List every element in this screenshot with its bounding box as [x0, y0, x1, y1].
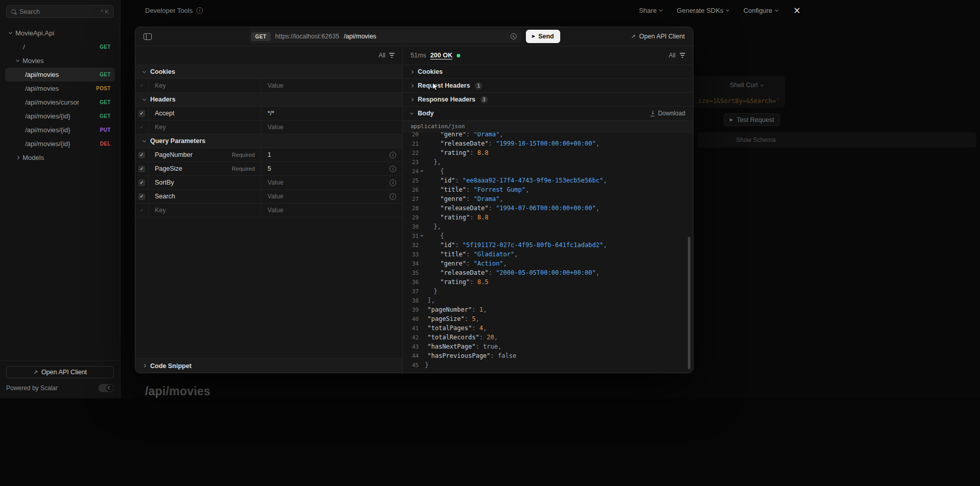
- json-line: 45}: [403, 360, 693, 370]
- response-body-viewer[interactable]: 20"genre": "Drama",21"releaseDate": "199…: [403, 132, 693, 373]
- search-input[interactable]: Search ^ K: [6, 5, 114, 18]
- line-number: 32: [406, 242, 419, 249]
- param-value-text: Value: [268, 82, 283, 89]
- scrollbar-thumb[interactable]: [688, 237, 690, 369]
- line-number: 38: [406, 297, 419, 304]
- row-checkbox[interactable]: ✓: [138, 110, 145, 117]
- download-button[interactable]: ↓Download: [650, 110, 685, 117]
- history-icon[interactable]: [511, 33, 517, 39]
- close-icon[interactable]: ×: [793, 6, 801, 15]
- generate-sdks-menu[interactable]: Generate SDKs: [677, 7, 729, 14]
- powered-by-label: Powered by Scalar: [6, 384, 58, 392]
- request-bar: GET https://localhost:62635 /api/movies …: [135, 27, 693, 46]
- configure-menu[interactable]: Configure: [743, 7, 778, 14]
- response-filter-label[interactable]: All: [669, 52, 676, 59]
- sidebar-item-api-movies-id[interactable]: /api/movies/{id}PUT: [5, 123, 115, 137]
- line-number: 26: [406, 187, 419, 193]
- open-api-client-button[interactable]: ↗ Open API Client: [6, 366, 114, 378]
- param-key-text: Search: [155, 193, 175, 200]
- param-value-cell[interactable]: Value: [261, 204, 402, 217]
- share-menu[interactable]: Share: [639, 7, 663, 14]
- sidebar-item-movieapi-api[interactable]: MovieApi.Api: [5, 26, 115, 40]
- param-value-cell[interactable]: Value: [261, 79, 402, 92]
- param-value-cell[interactable]: Value: [261, 120, 402, 134]
- response-status-row: 51ms 200 OK All: [403, 46, 693, 65]
- response-section-response-headers[interactable]: Response Headers3: [403, 93, 693, 107]
- row-checkbox[interactable]: ✓: [138, 207, 145, 214]
- section-header-headers[interactable]: Headers: [135, 93, 402, 107]
- open-api-client-link[interactable]: ↗ Open API Client: [631, 33, 685, 40]
- param-value-cell[interactable]: Valuei: [261, 190, 402, 203]
- param-value-cell[interactable]: Valuei: [261, 176, 402, 189]
- param-key-cell[interactable]: PageSizeRequired: [149, 162, 261, 175]
- response-section-cookies[interactable]: Cookies: [403, 65, 693, 79]
- row-checkbox[interactable]: ✓: [138, 193, 145, 200]
- response-section-request-headers[interactable]: Request Headers1: [403, 79, 693, 93]
- moon-icon: ☾: [106, 384, 113, 392]
- json-line: 36"rating": 8.5: [403, 277, 693, 287]
- sidebar-item-label: /api/movies/{id}: [25, 140, 70, 148]
- chevron-right-icon: [16, 156, 19, 159]
- section-title: Cookies: [418, 68, 443, 75]
- row-checkbox[interactable]: ✓: [138, 152, 145, 158]
- response-section-body[interactable]: Body↓Download: [403, 107, 693, 120]
- param-key-cell[interactable]: Key: [149, 204, 261, 217]
- section-header-cookies[interactable]: Cookies: [135, 65, 402, 79]
- sidebar-item-api-movies[interactable]: /api/moviesPOST: [5, 82, 115, 95]
- sidebar-item-api-movies[interactable]: /api/moviesGET: [5, 68, 115, 82]
- sidebar-item-api-movies-cursor[interactable]: /api/movies/cursorGET: [5, 95, 115, 109]
- sidebar-item-models[interactable]: Models: [5, 151, 115, 165]
- json-line: 24{: [403, 167, 693, 176]
- checkbox-cell: ✓: [135, 190, 149, 203]
- json-code: "title": "Forrest Gump",: [425, 186, 529, 193]
- param-key-text: Key: [155, 207, 166, 214]
- send-button[interactable]: ▶ Send: [526, 30, 560, 43]
- chevron-right-icon: [410, 97, 414, 101]
- json-code: },: [425, 223, 441, 230]
- url-input[interactable]: GET https://localhost:62635 /api/movies: [249, 30, 522, 43]
- collapse-chevron-icon[interactable]: [420, 234, 423, 237]
- param-value-cell[interactable]: */*: [261, 107, 402, 120]
- request-filter-row[interactable]: All: [135, 46, 402, 65]
- param-value-text: Value: [268, 179, 283, 186]
- response-sections: CookiesRequest Headers1Response Headers3…: [403, 65, 693, 120]
- checkbox-cell: ✓: [135, 162, 149, 175]
- param-key-cell[interactable]: Accept: [149, 107, 261, 120]
- filter-icon: [680, 53, 685, 58]
- section-header-query-parameters[interactable]: Query Parameters: [135, 134, 402, 148]
- row-checkbox[interactable]: ✓: [138, 83, 145, 89]
- json-line: 20"genre": "Drama",: [403, 132, 693, 139]
- param-key-cell[interactable]: Key: [149, 120, 261, 134]
- line-number: 43: [406, 343, 419, 350]
- fold-slot: [419, 170, 425, 172]
- sidebar-item-api-movies-id[interactable]: /api/movies/{id}DEL: [5, 137, 115, 151]
- required-label: Required: [232, 152, 255, 158]
- row-checkbox[interactable]: ✓: [138, 179, 145, 186]
- param-value-cell[interactable]: 1i: [261, 148, 402, 161]
- sidebar-item-movies[interactable]: Movies: [5, 54, 115, 68]
- sidebar-toggle-icon[interactable]: [144, 33, 152, 40]
- json-line: 25"id": "ee8aaa92-17f4-4743-9f9e-153ecb5…: [403, 176, 693, 185]
- line-number: 35: [406, 270, 419, 276]
- param-key-cell[interactable]: SortBy: [149, 176, 261, 189]
- line-number: 20: [406, 132, 419, 138]
- param-value-cell[interactable]: 5i: [261, 162, 402, 175]
- row-checkbox[interactable]: ✓: [138, 124, 145, 131]
- json-line: 31{: [403, 231, 693, 240]
- param-key-cell[interactable]: Search: [149, 190, 261, 203]
- sidebar-item-label: /api/movies/cursor: [25, 98, 79, 106]
- theme-toggle[interactable]: ☾: [98, 384, 114, 392]
- collapse-chevron-icon[interactable]: [420, 169, 423, 172]
- response-status[interactable]: 200 OK: [431, 52, 453, 59]
- sidebar-item-item[interactable]: /GET: [5, 40, 115, 54]
- row-checkbox[interactable]: ✓: [138, 166, 145, 172]
- param-key-cell[interactable]: Key: [149, 79, 261, 92]
- json-code: },: [425, 158, 441, 166]
- request-panel: All Cookies✓KeyValueHeaders✓Accept*/*✓Ke…: [135, 46, 403, 373]
- chevron-down-icon: [142, 138, 146, 142]
- sidebar-item-api-movies-id[interactable]: /api/movies/{id}GET: [5, 109, 115, 123]
- param-key-cell[interactable]: PageNumberRequired: [149, 148, 261, 161]
- code-snippet-section[interactable]: Code Snippet: [135, 358, 402, 373]
- json-line: 32"id": "5f191172-027c-4f95-80fb-641fc1a…: [403, 240, 693, 250]
- count-badge: 3: [480, 96, 488, 104]
